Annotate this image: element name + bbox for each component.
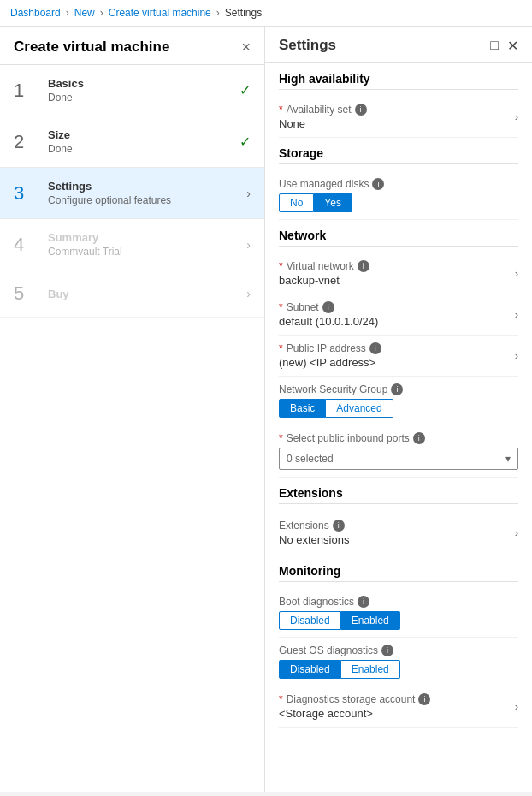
inbound-ports-label: Select public inbound ports [287,432,410,444]
step-1-number: 1 [14,80,39,102]
public-ip-required-marker: * [279,342,283,354]
public-ip-field[interactable]: * Public IP address i (new) <IP address>… [279,336,518,377]
inbound-ports-chevron-icon: ▾ [505,453,511,465]
left-header: Create virtual machine × [0,27,264,65]
boot-diagnostics-disabled-button[interactable]: Disabled [279,611,341,630]
step-4-title: Summary [48,231,239,244]
managed-disks-toggle: No Yes [279,193,518,212]
diag-storage-arrow-icon: › [515,700,518,713]
public-ip-value: (new) <IP address> [279,356,508,369]
inbound-ports-required-marker: * [279,432,283,444]
boot-diagnostics-label: Boot diagnostics [279,596,354,608]
managed-disks-field: Use managed disks i No Yes [279,171,518,220]
step-5-title: Buy [48,288,239,300]
step-4-number: 4 [14,234,39,256]
subnet-info-icon: i [322,301,334,313]
left-panel-title: Create virtual machine [14,39,169,56]
right-header-icons: □ ✕ [490,38,518,54]
nsg-info-icon: i [391,383,403,395]
right-panel-title: Settings [279,37,336,54]
left-panel-close-button[interactable]: × [241,39,251,55]
step-2-title: Size [48,128,233,141]
boot-diagnostics-enabled-button[interactable]: Enabled [341,611,400,630]
availability-set-field[interactable]: * Availability set i None › [279,97,518,138]
managed-disks-no-button[interactable]: No [279,193,314,212]
virtual-network-label: Virtual network [287,260,354,272]
step-1-title: Basics [48,77,233,90]
nsg-toggle: Basic Advanced [279,399,518,418]
steps-list: 1 Basics Done ✓ 2 Size Done ✓ 3 [0,65,264,318]
step-1-basics[interactable]: 1 Basics Done ✓ [0,65,264,116]
availability-set-arrow-icon: › [515,110,518,123]
availability-set-label: Availability set [287,104,352,116]
extensions-section: Extensions Extensions i No extensions › [265,478,532,555]
availability-set-info-icon: i [355,104,367,116]
availability-set-value: None [279,117,508,130]
managed-disks-yes-button[interactable]: Yes [314,193,352,212]
step-3-settings[interactable]: 3 Settings Configure optional features › [0,168,264,219]
breadcrumb-new[interactable]: New [74,7,95,19]
availability-set-required-marker: * [279,104,283,116]
close-settings-button[interactable]: ✕ [507,38,518,54]
boot-diagnostics-info-icon: i [358,596,369,608]
high-availability-title: High availability [279,72,518,90]
subnet-field[interactable]: * Subnet i default (10.0.1.0/24) › [279,294,518,336]
monitoring-title: Monitoring [279,564,518,582]
step-1-subtitle: Done [48,92,233,104]
step-4-summary: 4 Summary Commvault Trial › [0,219,264,270]
breadcrumb-current: Settings [225,7,262,19]
step-4-arrow-icon: › [246,238,251,252]
step-2-size[interactable]: 2 Size Done ✓ [0,116,264,168]
network-section: Network * Virtual network i backup-vnet … [265,220,532,478]
guest-os-enabled-button[interactable]: Enabled [341,660,400,679]
extensions-field[interactable]: Extensions i No extensions › [279,511,518,555]
step-4-subtitle: Commvault Trial [48,246,239,258]
nsg-field: Network Security Group i Basic Advanced [279,377,518,425]
inbound-ports-info-icon: i [413,432,425,444]
breadcrumb-create-vm[interactable]: Create virtual machine [109,7,211,19]
breadcrumb-dashboard[interactable]: Dashboard [10,7,61,19]
public-ip-label: Public IP address [287,342,366,354]
maximize-button[interactable]: □ [490,38,499,53]
step-3-subtitle: Configure optional features [48,194,239,206]
guest-os-diagnostics-info-icon: i [381,645,393,656]
subnet-label: Subnet [287,301,319,313]
step-5-buy: 5 Buy › [0,270,264,318]
monitoring-section: Monitoring Boot diagnostics i Disabled E… [265,555,532,728]
diag-storage-field[interactable]: * Diagnostics storage account i <Storage… [279,686,518,728]
network-title: Network [279,229,518,247]
guest-os-disabled-button[interactable]: Disabled [279,660,341,679]
right-panel: Settings □ ✕ High availability * Availab… [265,27,532,792]
boot-diagnostics-toggle: Disabled Enabled [279,611,518,630]
breadcrumb: Dashboard › New › Create virtual machine… [0,0,532,27]
breadcrumb-sep-1: › [66,7,69,19]
virtual-network-arrow-icon: › [515,267,518,280]
right-panel-content: High availability * Availability set i N… [265,63,532,792]
subnet-arrow-icon: › [515,308,518,321]
extensions-label: Extensions [279,520,329,532]
managed-disks-label: Use managed disks [279,178,369,190]
extensions-value: No extensions [279,533,508,546]
inbound-ports-value: 0 selected [287,453,334,465]
diag-storage-required-marker: * [279,693,283,705]
breadcrumb-sep-3: › [216,7,220,19]
nsg-advanced-button[interactable]: Advanced [326,399,393,418]
diag-storage-info-icon: i [418,693,430,705]
virtual-network-info-icon: i [358,260,369,272]
right-panel-header: Settings □ ✕ [265,27,532,63]
nsg-basic-button[interactable]: Basic [279,399,326,418]
step-3-arrow-icon: › [246,187,251,200]
inbound-ports-field: * Select public inbound ports i 0 select… [279,425,518,478]
high-availability-section: High availability * Availability set i N… [265,63,532,138]
virtual-network-field[interactable]: * Virtual network i backup-vnet › [279,253,518,294]
diag-storage-value: <Storage account> [279,707,508,720]
storage-title: Storage [279,146,518,164]
inbound-ports-dropdown[interactable]: 0 selected ▾ [279,448,518,470]
managed-disks-info-icon: i [372,178,384,190]
extensions-title: Extensions [279,486,518,504]
virtual-network-required-marker: * [279,260,283,272]
step-5-arrow-icon: › [246,287,251,300]
step-2-number: 2 [14,131,39,153]
guest-os-diagnostics-field: Guest OS diagnostics i Disabled Enabled [279,638,518,686]
subnet-required-marker: * [279,301,283,313]
